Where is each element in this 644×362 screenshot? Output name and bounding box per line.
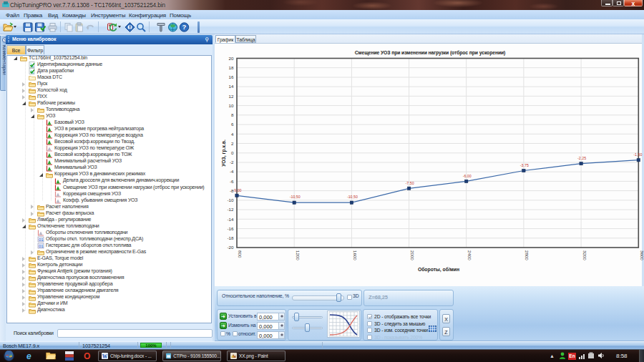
svg-text:16: 16 [229, 74, 234, 79]
svg-text:18: 18 [229, 65, 234, 70]
svg-text:-14: -14 [228, 217, 235, 222]
svg-text:-4: -4 [230, 169, 234, 174]
svg-text:2: 2 [231, 141, 234, 146]
svg-text:Обороты, об/мин: Обороты, об/мин [418, 267, 459, 273]
svg-text:4: 4 [231, 132, 234, 137]
svg-text:12: 12 [229, 94, 234, 99]
svg-text:-2: -2 [230, 160, 234, 165]
svg-text:-10,50: -10,50 [347, 195, 358, 199]
svg-text:-18: -18 [228, 235, 235, 240]
svg-text:2400: 2400 [467, 250, 472, 260]
svg-text:-20: -20 [228, 245, 235, 250]
svg-text:1200: 1200 [296, 250, 301, 260]
svg-text:-7,50: -7,50 [406, 181, 414, 185]
svg-text:20: 20 [229, 56, 234, 61]
svg-text:-12: -12 [228, 207, 235, 212]
svg-text:-1,50: -1,50 [633, 152, 642, 157]
svg-text:6: 6 [231, 122, 234, 127]
svg-text:800: 800 [238, 250, 243, 258]
svg-text:W: W [102, 353, 108, 360]
svg-text:Смещение УОЗ при изменении наг: Смещение УОЗ при изменении нагрузки (отб… [355, 50, 505, 56]
svg-text:10: 10 [229, 103, 234, 108]
svg-text:3600: 3600 [640, 250, 644, 260]
svg-text:-2,25: -2,25 [577, 156, 586, 160]
svg-text:2800: 2800 [525, 250, 530, 260]
svg-text:8: 8 [231, 112, 234, 117]
svg-text:-3,75: -3,75 [520, 163, 529, 167]
svg-text:14: 14 [229, 84, 234, 89]
svg-text:-6,00: -6,00 [463, 174, 472, 178]
svg-text:1600: 1600 [353, 250, 358, 260]
svg-text:-10: -10 [228, 197, 235, 202]
svg-text:УОЗ, гр.к.в.: УОЗ, гр.к.в. [221, 140, 227, 167]
svg-text:2000: 2000 [410, 250, 415, 260]
svg-text:0: 0 [231, 150, 234, 155]
svg-text:-16: -16 [228, 226, 235, 231]
svg-text:-10,50: -10,50 [290, 195, 301, 199]
svg-text:-6: -6 [230, 179, 234, 184]
svg-text:-9,00: -9,00 [233, 188, 241, 192]
svg-text:3200: 3200 [582, 250, 587, 260]
